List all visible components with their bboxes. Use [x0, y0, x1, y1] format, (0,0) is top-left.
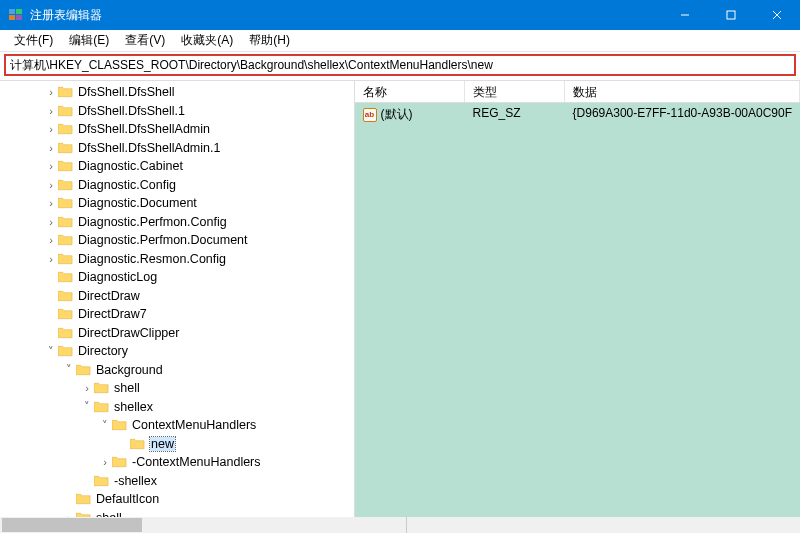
- tree-item[interactable]: DirectDraw7: [0, 305, 354, 324]
- tree-item[interactable]: ›shell: [0, 379, 354, 398]
- tree-item[interactable]: ˅shellex: [0, 398, 354, 417]
- tree-item-label: shell: [114, 381, 140, 395]
- scrollbar-thumb[interactable]: [2, 518, 142, 532]
- tree-item-label: Diagnostic.Resmon.Config: [78, 252, 226, 266]
- chevron-right-icon[interactable]: ›: [44, 160, 58, 172]
- tree-item-label: DirectDraw: [78, 289, 140, 303]
- col-data[interactable]: 数据: [565, 81, 800, 102]
- tree-item-label: DfsShell.DfsShellAdmin.1: [78, 141, 220, 155]
- tree-item-label: Diagnostic.Perfmon.Config: [78, 215, 227, 229]
- tree-item[interactable]: ›Diagnostic.Perfmon.Document: [0, 231, 354, 250]
- tree-item-label: DfsShell.DfsShellAdmin: [78, 122, 210, 136]
- folder-icon: [58, 252, 74, 266]
- folder-icon: [58, 233, 74, 247]
- tree-item[interactable]: ›Diagnostic.Config: [0, 176, 354, 195]
- folder-icon: [58, 307, 74, 321]
- tree-item[interactable]: ›Diagnostic.Document: [0, 194, 354, 213]
- chevron-right-icon[interactable]: ›: [44, 216, 58, 228]
- value-row[interactable]: ab(默认)REG_SZ{D969A300-E7FF-11d0-A93B-00A…: [355, 103, 800, 126]
- value-type: REG_SZ: [465, 106, 565, 123]
- tree-item[interactable]: DirectDrawClipper: [0, 324, 354, 343]
- tree-item[interactable]: DefaultIcon: [0, 490, 354, 509]
- tree-panel[interactable]: ›DfsShell.DfsShell›DfsShell.DfsShell.1›D…: [0, 81, 355, 527]
- folder-icon: [76, 492, 92, 506]
- tree-item-label: DirectDrawClipper: [78, 326, 179, 340]
- address-bar[interactable]: 计算机\HKEY_CLASSES_ROOT\Directory\Backgrou…: [4, 54, 796, 76]
- chevron-right-icon[interactable]: ›: [44, 253, 58, 265]
- folder-icon: [76, 363, 92, 377]
- tree-item-label: DirectDraw7: [78, 307, 147, 321]
- menu-edit[interactable]: 编辑(E): [61, 30, 117, 51]
- chevron-right-icon[interactable]: ›: [44, 179, 58, 191]
- tree-item-label: -ContextMenuHandlers: [132, 455, 261, 469]
- chevron-right-icon[interactable]: ›: [44, 105, 58, 117]
- folder-icon: [58, 326, 74, 340]
- svg-rect-3: [16, 15, 22, 20]
- tree-item[interactable]: ›DfsShell.DfsShellAdmin: [0, 120, 354, 139]
- folder-icon: [94, 381, 110, 395]
- tree-item[interactable]: DirectDraw: [0, 287, 354, 306]
- chevron-right-icon[interactable]: ›: [44, 197, 58, 209]
- tree-item[interactable]: ˅Background: [0, 361, 354, 380]
- value-name: (默认): [381, 106, 413, 123]
- tree-item[interactable]: ›Diagnostic.Resmon.Config: [0, 250, 354, 269]
- chevron-right-icon[interactable]: ›: [44, 142, 58, 154]
- window-title: 注册表编辑器: [30, 7, 662, 24]
- folder-icon: [94, 474, 110, 488]
- chevron-down-icon[interactable]: ˅: [62, 363, 76, 376]
- chevron-down-icon[interactable]: ˅: [80, 400, 94, 413]
- horizontal-scrollbar[interactable]: [0, 517, 800, 533]
- tree-item-label: -shellex: [114, 474, 157, 488]
- folder-icon: [112, 455, 128, 469]
- chevron-down-icon[interactable]: ˅: [98, 419, 112, 432]
- tree-item-label: Diagnostic.Config: [78, 178, 176, 192]
- tree-item[interactable]: ›Diagnostic.Cabinet: [0, 157, 354, 176]
- tree-item-label: Diagnostic.Perfmon.Document: [78, 233, 248, 247]
- col-name[interactable]: 名称: [355, 81, 465, 102]
- tree-item[interactable]: ˅ContextMenuHandlers: [0, 416, 354, 435]
- minimize-button[interactable]: [662, 0, 708, 30]
- tree-item-label: Directory: [78, 344, 128, 358]
- folder-icon: [58, 85, 74, 99]
- chevron-down-icon[interactable]: ˅: [44, 345, 58, 358]
- folder-icon: [58, 159, 74, 173]
- folder-icon: [58, 141, 74, 155]
- folder-icon: [58, 178, 74, 192]
- tree-item[interactable]: ›-ContextMenuHandlers: [0, 453, 354, 472]
- folder-icon: [58, 215, 74, 229]
- menu-favorites[interactable]: 收藏夹(A): [173, 30, 241, 51]
- chevron-right-icon[interactable]: ›: [80, 382, 94, 394]
- tree-item[interactable]: ˅Directory: [0, 342, 354, 361]
- folder-icon: [58, 270, 74, 284]
- folder-icon: [94, 400, 110, 414]
- tree-item[interactable]: -shellex: [0, 472, 354, 491]
- folder-icon: [112, 418, 128, 432]
- tree-item-label: shellex: [114, 400, 153, 414]
- maximize-button[interactable]: [708, 0, 754, 30]
- chevron-right-icon[interactable]: ›: [44, 234, 58, 246]
- menu-help[interactable]: 帮助(H): [241, 30, 298, 51]
- folder-icon: [58, 196, 74, 210]
- col-type[interactable]: 类型: [465, 81, 565, 102]
- tree-item[interactable]: ›DfsShell.DfsShell: [0, 83, 354, 102]
- chevron-right-icon[interactable]: ›: [98, 456, 112, 468]
- chevron-right-icon[interactable]: ›: [44, 86, 58, 98]
- tree-item[interactable]: ›DfsShell.DfsShellAdmin.1: [0, 139, 354, 158]
- tree-item[interactable]: ›Diagnostic.Perfmon.Config: [0, 213, 354, 232]
- svg-rect-0: [9, 9, 15, 14]
- tree-item[interactable]: ›DfsShell.DfsShell.1: [0, 102, 354, 121]
- menu-file[interactable]: 文件(F): [6, 30, 61, 51]
- string-value-icon: ab: [363, 108, 377, 122]
- tree-item-label: new: [150, 437, 175, 451]
- menu-view[interactable]: 查看(V): [117, 30, 173, 51]
- folder-icon: [58, 122, 74, 136]
- chevron-right-icon[interactable]: ›: [44, 123, 58, 135]
- close-button[interactable]: [754, 0, 800, 30]
- folder-icon: [58, 344, 74, 358]
- column-headers: 名称 类型 数据: [355, 81, 800, 103]
- tree-item[interactable]: DiagnosticLog: [0, 268, 354, 287]
- svg-rect-2: [9, 15, 15, 20]
- tree-item[interactable]: new: [0, 435, 354, 454]
- folder-icon: [58, 289, 74, 303]
- tree-item-label: DefaultIcon: [96, 492, 159, 506]
